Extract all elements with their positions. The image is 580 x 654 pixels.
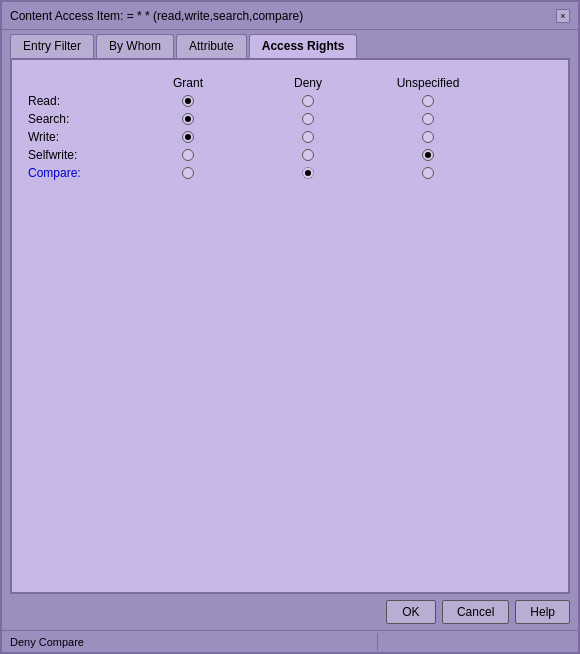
col-header-deny: Deny xyxy=(248,76,368,90)
col-header-grant: Grant xyxy=(128,76,248,90)
radio-compare-deny-cell xyxy=(248,167,368,179)
radio-read-grant-cell xyxy=(128,95,248,107)
content-spacer xyxy=(28,184,552,576)
status-right xyxy=(378,639,578,645)
radio-write-unspecified-cell xyxy=(368,131,488,143)
help-button[interactable]: Help xyxy=(515,600,570,624)
radio-read-unspecified[interactable] xyxy=(422,95,434,107)
content-area: Grant Deny Unspecified Read: Search: xyxy=(10,58,570,594)
radio-selfwrite-unspecified-cell xyxy=(368,149,488,161)
radio-read-grant[interactable] xyxy=(182,95,194,107)
radio-read-unspecified-cell xyxy=(368,95,488,107)
table-row: Write: xyxy=(28,130,552,144)
main-window: Content Access Item: = * * (read,write,s… xyxy=(0,0,580,654)
table-header: Grant Deny Unspecified xyxy=(28,76,552,90)
ok-button[interactable]: OK xyxy=(386,600,436,624)
radio-compare-grant[interactable] xyxy=(182,167,194,179)
col-header-label xyxy=(28,76,128,90)
radio-search-deny-cell xyxy=(248,113,368,125)
radio-write-deny-cell xyxy=(248,131,368,143)
radio-search-unspecified[interactable] xyxy=(422,113,434,125)
tab-bar: Entry Filter By Whom Attribute Access Ri… xyxy=(2,30,578,58)
tab-entry-filter[interactable]: Entry Filter xyxy=(10,34,94,58)
radio-compare-grant-cell xyxy=(128,167,248,179)
status-left: Deny Compare xyxy=(2,633,378,651)
row-label-compare: Compare: xyxy=(28,166,128,180)
radio-write-deny[interactable] xyxy=(302,131,314,143)
window-title: Content Access Item: = * * (read,write,s… xyxy=(10,9,303,23)
radio-search-unspecified-cell xyxy=(368,113,488,125)
tab-by-whom[interactable]: By Whom xyxy=(96,34,174,58)
col-header-unspecified: Unspecified xyxy=(368,76,488,90)
radio-read-deny[interactable] xyxy=(302,95,314,107)
radio-compare-deny[interactable] xyxy=(302,167,314,179)
tab-access-rights[interactable]: Access Rights xyxy=(249,34,358,58)
radio-compare-unspecified-cell xyxy=(368,167,488,179)
radio-write-unspecified[interactable] xyxy=(422,131,434,143)
row-label-search: Search: xyxy=(28,112,128,126)
tab-attribute[interactable]: Attribute xyxy=(176,34,247,58)
radio-search-grant[interactable] xyxy=(182,113,194,125)
radio-selfwrite-deny[interactable] xyxy=(302,149,314,161)
button-bar: OK Cancel Help xyxy=(2,594,578,630)
table-row: Selfwrite: xyxy=(28,148,552,162)
radio-selfwrite-grant[interactable] xyxy=(182,149,194,161)
radio-selfwrite-deny-cell xyxy=(248,149,368,161)
radio-compare-unspecified[interactable] xyxy=(422,167,434,179)
title-bar: Content Access Item: = * * (read,write,s… xyxy=(2,2,578,30)
row-label-write: Write: xyxy=(28,130,128,144)
table-row: Search: xyxy=(28,112,552,126)
radio-search-grant-cell xyxy=(128,113,248,125)
row-label-selfwrite: Selfwrite: xyxy=(28,148,128,162)
status-bar: Deny Compare xyxy=(2,630,578,652)
table-row: Read: xyxy=(28,94,552,108)
row-label-read: Read: xyxy=(28,94,128,108)
radio-search-deny[interactable] xyxy=(302,113,314,125)
radio-write-grant-cell xyxy=(128,131,248,143)
radio-selfwrite-unspecified[interactable] xyxy=(422,149,434,161)
radio-selfwrite-grant-cell xyxy=(128,149,248,161)
close-button[interactable]: × xyxy=(556,9,570,23)
table-row: Compare: xyxy=(28,166,552,180)
radio-write-grant[interactable] xyxy=(182,131,194,143)
title-bar-controls: × xyxy=(556,9,570,23)
radio-read-deny-cell xyxy=(248,95,368,107)
cancel-button[interactable]: Cancel xyxy=(442,600,509,624)
